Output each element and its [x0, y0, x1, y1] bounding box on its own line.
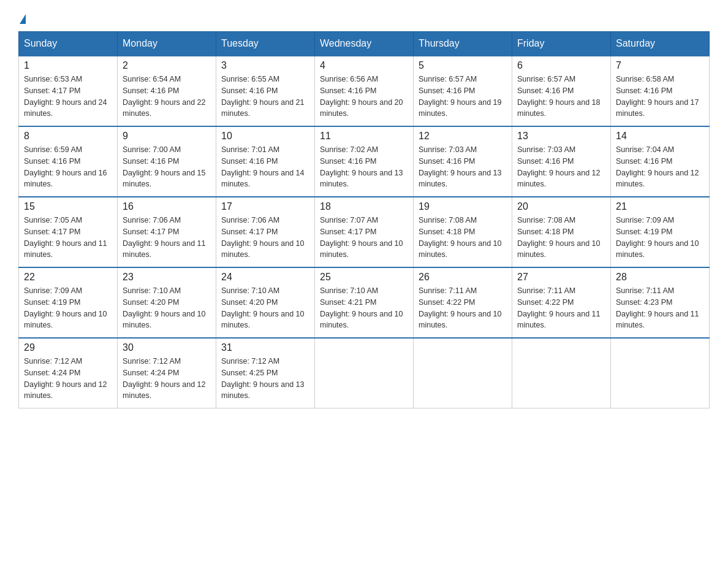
week-row-2: 8 Sunrise: 6:59 AMSunset: 4:16 PMDayligh… [19, 126, 710, 197]
day-info: Sunrise: 6:57 AMSunset: 4:16 PMDaylight:… [517, 75, 601, 118]
week-row-5: 29 Sunrise: 7:12 AMSunset: 4:24 PMDaylig… [19, 338, 710, 408]
calendar-cell: 30 Sunrise: 7:12 AMSunset: 4:24 PMDaylig… [118, 338, 216, 408]
week-row-3: 15 Sunrise: 7:05 AMSunset: 4:17 PMDaylig… [19, 197, 710, 267]
day-info: Sunrise: 6:54 AMSunset: 4:16 PMDaylight:… [123, 75, 206, 118]
day-number: 18 [320, 201, 408, 212]
day-number: 20 [517, 201, 605, 212]
day-info: Sunrise: 7:11 AMSunset: 4:23 PMDaylight:… [616, 286, 699, 329]
day-number: 28 [616, 272, 704, 283]
weekday-header-thursday: Thursday [414, 32, 512, 56]
day-info: Sunrise: 7:00 AMSunset: 4:16 PMDaylight:… [123, 145, 206, 188]
day-info: Sunrise: 7:10 AMSunset: 4:20 PMDaylight:… [221, 286, 305, 329]
day-info: Sunrise: 7:04 AMSunset: 4:16 PMDaylight:… [616, 145, 699, 188]
day-info: Sunrise: 6:58 AMSunset: 4:16 PMDaylight:… [616, 75, 699, 118]
calendar-cell: 15 Sunrise: 7:05 AMSunset: 4:17 PMDaylig… [19, 197, 118, 267]
week-row-4: 22 Sunrise: 7:09 AMSunset: 4:19 PMDaylig… [19, 267, 710, 338]
calendar-cell: 13 Sunrise: 7:03 AMSunset: 4:16 PMDaylig… [512, 126, 611, 197]
day-number: 17 [221, 201, 309, 212]
weekday-header-saturday: Saturday [611, 32, 710, 56]
day-number: 10 [221, 131, 309, 142]
week-row-1: 1 Sunrise: 6:53 AMSunset: 4:17 PMDayligh… [19, 56, 710, 126]
day-number: 27 [517, 272, 605, 283]
day-number: 9 [123, 131, 211, 142]
calendar-cell: 24 Sunrise: 7:10 AMSunset: 4:20 PMDaylig… [216, 267, 315, 338]
day-info: Sunrise: 7:09 AMSunset: 4:19 PMDaylight:… [616, 216, 699, 259]
day-info: Sunrise: 7:02 AMSunset: 4:16 PMDaylight:… [320, 145, 403, 188]
calendar-cell: 11 Sunrise: 7:02 AMSunset: 4:16 PMDaylig… [315, 126, 414, 197]
day-info: Sunrise: 7:10 AMSunset: 4:20 PMDaylight:… [123, 286, 206, 329]
day-info: Sunrise: 7:12 AMSunset: 4:24 PMDaylight:… [123, 357, 206, 400]
day-number: 29 [24, 342, 112, 353]
day-number: 12 [419, 131, 507, 142]
day-info: Sunrise: 7:05 AMSunset: 4:17 PMDaylight:… [24, 216, 107, 259]
day-number: 5 [419, 60, 507, 71]
calendar-cell: 28 Sunrise: 7:11 AMSunset: 4:23 PMDaylig… [611, 267, 710, 338]
calendar-cell: 14 Sunrise: 7:04 AMSunset: 4:16 PMDaylig… [611, 126, 710, 197]
weekday-header-wednesday: Wednesday [315, 32, 414, 56]
day-number: 6 [517, 60, 605, 71]
calendar-cell: 17 Sunrise: 7:06 AMSunset: 4:17 PMDaylig… [216, 197, 315, 267]
day-info: Sunrise: 7:09 AMSunset: 4:19 PMDaylight:… [24, 286, 107, 329]
calendar-cell: 4 Sunrise: 6:56 AMSunset: 4:16 PMDayligh… [315, 56, 414, 126]
day-info: Sunrise: 7:03 AMSunset: 4:16 PMDaylight:… [419, 145, 502, 188]
day-number: 13 [517, 131, 605, 142]
day-number: 31 [221, 342, 309, 353]
day-number: 4 [320, 60, 408, 71]
day-info: Sunrise: 7:12 AMSunset: 4:24 PMDaylight:… [24, 357, 107, 400]
weekday-header-friday: Friday [512, 32, 611, 56]
day-info: Sunrise: 7:10 AMSunset: 4:21 PMDaylight:… [320, 286, 403, 329]
day-info: Sunrise: 7:08 AMSunset: 4:18 PMDaylight:… [419, 216, 502, 259]
day-number: 24 [221, 272, 309, 283]
calendar-cell: 3 Sunrise: 6:55 AMSunset: 4:16 PMDayligh… [216, 56, 315, 126]
calendar-cell: 10 Sunrise: 7:01 AMSunset: 4:16 PMDaylig… [216, 126, 315, 197]
calendar-cell: 21 Sunrise: 7:09 AMSunset: 4:19 PMDaylig… [611, 197, 710, 267]
day-number: 8 [24, 131, 112, 142]
calendar-cell: 1 Sunrise: 6:53 AMSunset: 4:17 PMDayligh… [19, 56, 118, 126]
day-info: Sunrise: 6:55 AMSunset: 4:16 PMDaylight:… [221, 75, 305, 118]
calendar-cell: 22 Sunrise: 7:09 AMSunset: 4:19 PMDaylig… [19, 267, 118, 338]
day-number: 11 [320, 131, 408, 142]
day-number: 7 [616, 60, 704, 71]
calendar-cell: 7 Sunrise: 6:58 AMSunset: 4:16 PMDayligh… [611, 56, 710, 126]
calendar-cell: 6 Sunrise: 6:57 AMSunset: 4:16 PMDayligh… [512, 56, 611, 126]
calendar-cell: 18 Sunrise: 7:07 AMSunset: 4:17 PMDaylig… [315, 197, 414, 267]
calendar-cell: 23 Sunrise: 7:10 AMSunset: 4:20 PMDaylig… [118, 267, 216, 338]
day-number: 2 [123, 60, 211, 71]
day-number: 3 [221, 60, 309, 71]
page-header [18, 12, 710, 25]
weekday-header-monday: Monday [118, 32, 216, 56]
calendar-cell: 12 Sunrise: 7:03 AMSunset: 4:16 PMDaylig… [414, 126, 512, 197]
calendar-cell: 19 Sunrise: 7:08 AMSunset: 4:18 PMDaylig… [414, 197, 512, 267]
logo [18, 12, 26, 25]
calendar-cell: 31 Sunrise: 7:12 AMSunset: 4:25 PMDaylig… [216, 338, 315, 408]
calendar-cell [315, 338, 414, 408]
day-number: 1 [24, 60, 112, 71]
day-info: Sunrise: 7:01 AMSunset: 4:16 PMDaylight:… [221, 145, 305, 188]
day-number: 21 [616, 201, 704, 212]
day-info: Sunrise: 6:59 AMSunset: 4:16 PMDaylight:… [24, 145, 107, 188]
calendar-cell: 29 Sunrise: 7:12 AMSunset: 4:24 PMDaylig… [19, 338, 118, 408]
day-info: Sunrise: 6:56 AMSunset: 4:16 PMDaylight:… [320, 75, 403, 118]
calendar-cell: 16 Sunrise: 7:06 AMSunset: 4:17 PMDaylig… [118, 197, 216, 267]
calendar-cell: 20 Sunrise: 7:08 AMSunset: 4:18 PMDaylig… [512, 197, 611, 267]
calendar-cell: 2 Sunrise: 6:54 AMSunset: 4:16 PMDayligh… [118, 56, 216, 126]
weekday-header-sunday: Sunday [19, 32, 118, 56]
calendar-cell: 8 Sunrise: 6:59 AMSunset: 4:16 PMDayligh… [19, 126, 118, 197]
day-info: Sunrise: 6:57 AMSunset: 4:16 PMDaylight:… [419, 75, 502, 118]
day-info: Sunrise: 7:12 AMSunset: 4:25 PMDaylight:… [221, 357, 305, 400]
day-info: Sunrise: 7:11 AMSunset: 4:22 PMDaylight:… [419, 286, 502, 329]
calendar-cell: 9 Sunrise: 7:00 AMSunset: 4:16 PMDayligh… [118, 126, 216, 197]
day-info: Sunrise: 7:06 AMSunset: 4:17 PMDaylight:… [123, 216, 206, 259]
calendar-cell: 25 Sunrise: 7:10 AMSunset: 4:21 PMDaylig… [315, 267, 414, 338]
day-number: 30 [123, 342, 211, 353]
day-info: Sunrise: 7:08 AMSunset: 4:18 PMDaylight:… [517, 216, 601, 259]
day-info: Sunrise: 7:07 AMSunset: 4:17 PMDaylight:… [320, 216, 403, 259]
calendar-cell: 26 Sunrise: 7:11 AMSunset: 4:22 PMDaylig… [414, 267, 512, 338]
day-info: Sunrise: 7:03 AMSunset: 4:16 PMDaylight:… [517, 145, 601, 188]
day-number: 25 [320, 272, 408, 283]
calendar-cell: 5 Sunrise: 6:57 AMSunset: 4:16 PMDayligh… [414, 56, 512, 126]
day-info: Sunrise: 6:53 AMSunset: 4:17 PMDaylight:… [24, 75, 107, 118]
weekday-header-row: SundayMondayTuesdayWednesdayThursdayFrid… [19, 32, 710, 56]
logo-triangle-icon [20, 14, 26, 24]
day-number: 26 [419, 272, 507, 283]
